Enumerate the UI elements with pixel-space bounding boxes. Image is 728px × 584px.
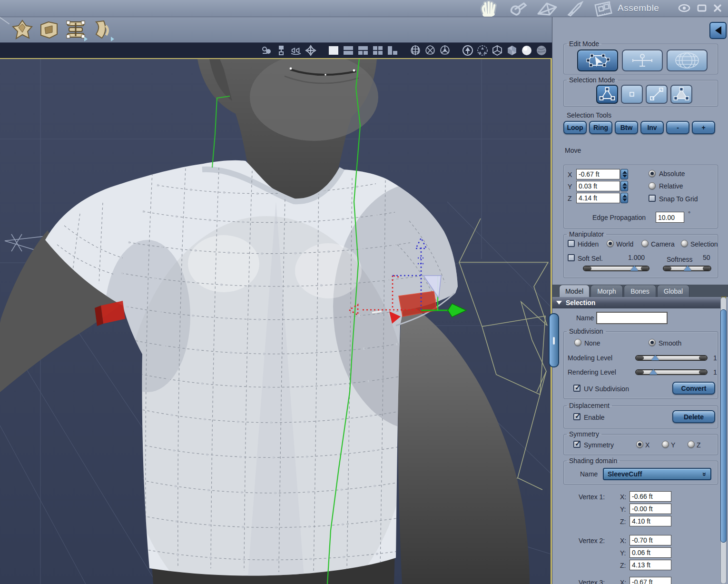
subdivision-none-label: None [584,339,600,347]
shrink-selection-button[interactable]: - [666,121,689,134]
pen-icon[interactable] [566,0,585,17]
move-y-stepper[interactable] [620,181,628,191]
subdivision-none-radio[interactable] [574,339,581,346]
soft-selection-slider[interactable] [583,266,649,271]
sweep-tool-icon[interactable] [11,19,33,41]
vertex-2-z-input[interactable] [630,560,671,570]
uv-subdivision-label: UV Subdivision [584,385,629,393]
soft-selection-checkbox[interactable] [568,254,575,261]
globe-axes-icon[interactable] [439,45,451,56]
move-label: Move [565,147,581,154]
layout-two-icon[interactable] [343,45,354,56]
tab-morph[interactable]: Morph [590,285,623,297]
scene-nodes-icon[interactable] [275,45,287,56]
softness-value: 50 [703,254,710,261]
vertex-2-y-input[interactable] [630,547,671,558]
vertex-select-button[interactable] [596,85,618,104]
vertex-2-x-input[interactable] [630,535,671,545]
move-y-input[interactable] [576,181,620,191]
uv-subdivision-checkbox[interactable] [573,385,580,392]
point-select-button[interactable] [621,85,643,104]
shading-domain-dropdown[interactable]: SleeveCuff » [603,468,711,480]
move-x-stepper[interactable] [620,169,628,179]
subdivision-smooth-radio[interactable] [649,339,656,346]
textured-sphere-icon[interactable] [536,45,547,56]
eye-icon[interactable] [678,3,691,15]
cameras-icon[interactable] [290,45,302,56]
vertex-1-z-input[interactable] [630,516,671,526]
layout-l-icon[interactable] [387,45,398,56]
ring-button[interactable]: Ring [589,121,612,134]
tool-dropdown-arrow[interactable] [111,37,114,41]
tab-model[interactable]: Model [559,285,590,297]
panel-drag-handle[interactable] [549,313,559,367]
vertex-3-x-label: X: [620,579,626,584]
convert-button[interactable]: Convert [672,382,715,395]
wrench-icon[interactable] [507,0,528,17]
bend-tool-icon[interactable] [91,19,113,41]
loft-tool-icon[interactable] [65,19,87,41]
thickness-tool-icon[interactable] [38,19,60,41]
uv-mode-button[interactable] [667,49,708,71]
close-icon[interactable] [712,3,723,15]
symmetry-z-radio[interactable] [688,441,695,448]
displacement-enable-checkbox[interactable] [573,413,580,420]
polygon-select-button[interactable] [670,85,692,104]
move-x-input[interactable] [576,169,620,179]
grow-selection-button[interactable]: + [692,121,715,134]
between-button[interactable]: Btw [615,121,638,134]
compass-rose-icon[interactable] [305,45,316,56]
tab-global[interactable]: Global [657,285,689,297]
snap-to-grid-label: Snap To Grid [659,195,698,203]
draft-triangles-icon[interactable] [477,45,488,56]
layout-three-icon[interactable] [357,45,369,56]
symmetry-y-radio[interactable] [662,441,669,448]
film-icon[interactable] [592,0,615,17]
tab-bones[interactable]: Bones [624,285,656,297]
selection-radio[interactable] [681,240,688,247]
tool-dropdown-arrow[interactable] [84,37,88,41]
hand-pan-icon[interactable] [478,0,499,17]
delete-button[interactable]: Delete [672,410,715,423]
box-wire-icon[interactable] [492,45,503,56]
symmetry-x-radio[interactable] [636,441,643,448]
vertex-3-x-input[interactable] [630,577,671,584]
layout-single-icon[interactable] [328,45,339,56]
edge-propagation-input[interactable] [656,212,684,223]
scene-canvas[interactable] [0,58,552,584]
globe-wire-back-icon[interactable] [424,45,436,56]
relative-radio[interactable] [649,182,656,189]
vertex-1-y-input[interactable] [630,504,671,514]
panel-scrollbar-thumb[interactable] [720,309,727,543]
invert-button[interactable]: Inv [640,121,664,134]
symmetry-checkbox[interactable] [573,441,580,448]
globe-wire-icon[interactable] [410,45,421,56]
softness-slider[interactable] [663,266,711,271]
layout-four-icon[interactable] [372,45,384,56]
camera-radio[interactable] [641,240,649,247]
selection-section-header[interactable]: Selection [552,297,725,308]
absolute-radio[interactable] [649,170,656,177]
soft-selection-label: Soft Sel. [578,255,603,262]
selection-name-input[interactable] [596,312,668,324]
camera-icon[interactable] [261,45,272,56]
collapse-panel-button[interactable] [709,22,727,39]
snap-to-grid-checkbox[interactable] [649,195,656,202]
move-z-input[interactable] [576,193,620,203]
maximize-icon[interactable] [696,3,708,15]
vertex-1-x-input[interactable] [630,491,671,502]
skeleton-mode-button[interactable] [622,49,663,71]
rendering-level-slider[interactable] [635,369,708,375]
hidden-checkbox[interactable] [568,240,575,247]
viewport-3d[interactable] [0,43,552,584]
draft-arrow-icon[interactable] [462,45,473,56]
loop-button[interactable]: Loop [563,121,587,134]
box-solid-icon[interactable] [506,45,518,56]
modeling-level-slider[interactable] [635,355,708,361]
vertex-edit-mode-button[interactable] [577,49,618,71]
world-radio[interactable] [607,240,614,247]
shaded-sphere-icon[interactable] [521,45,532,56]
edge-select-button[interactable] [646,85,668,104]
vertex-pencil-icon[interactable] [535,0,558,17]
move-z-stepper[interactable] [620,193,628,203]
